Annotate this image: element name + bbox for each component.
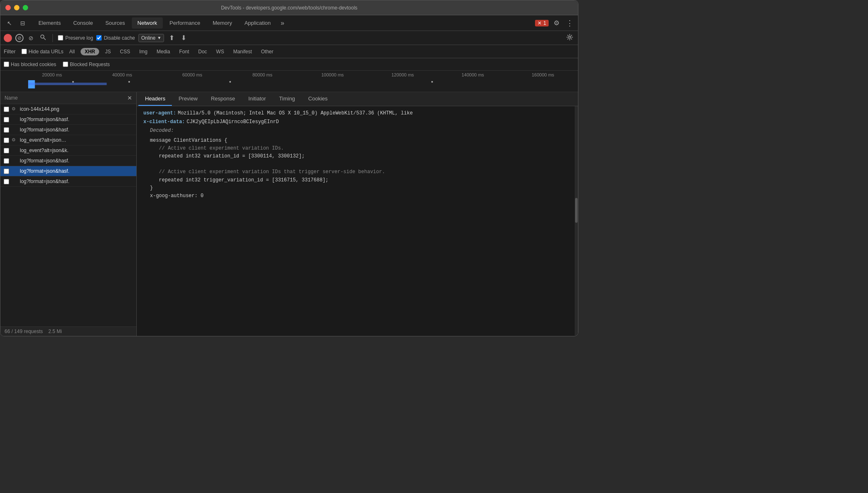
blocked-requests-checkbox[interactable] [63,62,68,67]
toolbar-separator-1 [52,34,53,42]
tab-memory[interactable]: Memory [207,17,238,29]
error-icon: ✕ [537,20,542,26]
file-checkbox[interactable] [4,117,9,122]
file-name: log?format=json&hasf. [20,127,69,133]
has-blocked-cookies-label[interactable]: Has blocked cookies [4,62,56,67]
disable-cache-label[interactable]: Disable cache [96,35,135,41]
timeline-label-3: 80000 ms [227,72,297,77]
file-name: icon-144x144.png [20,106,59,112]
file-name: log?format=json&hasf. [20,179,69,184]
filter-type-manifest[interactable]: Manifest [230,48,255,55]
timeline-labels: 20000 ms 40000 ms 60000 ms 80000 ms 1000… [17,72,578,77]
hide-data-urls-checkbox[interactable] [21,49,27,54]
disable-cache-checkbox[interactable] [96,35,102,40]
file-checkbox[interactable] [4,127,9,133]
hide-data-urls-text: Hide data URLs [29,49,64,55]
file-list-panel: Name ✕ ⚙ icon-144x144.png log?format=jso… [0,92,137,336]
file-list[interactable]: ⚙ icon-144x144.png log?format=json&hasf.… [0,104,136,326]
scrollbar-track[interactable] [575,106,578,336]
file-item[interactable]: log?format=json&hasf. [0,125,136,135]
hide-data-urls-checkbox-label[interactable]: Hide data URLs [21,49,64,55]
tab-elements[interactable]: Elements [33,17,67,29]
devtools-settings-button[interactable]: ⚙ [552,17,561,29]
sidebar-icon[interactable]: ⊟ [17,17,29,29]
maximize-traffic-light[interactable] [23,5,28,10]
details-tab-headers[interactable]: Headers [138,92,172,106]
title-bar: DevTools - developers.google.com/web/too… [0,0,578,15]
file-item[interactable]: log?format=json&hasf. [0,156,136,166]
error-count: 1 [543,20,546,26]
timeline-label-4: 100000 ms [297,72,368,77]
filter-type-all[interactable]: All [66,48,78,55]
details-tab-timing[interactable]: Timing [273,92,302,106]
error-badge[interactable]: ✕ 1 [535,20,549,26]
file-checkbox[interactable] [4,158,9,164]
blocked-requests-label[interactable]: Blocked Requests [63,62,110,67]
details-tab-cookies[interactable]: Cookies [302,92,334,106]
file-checkbox[interactable] [4,169,9,174]
devtools-menu-button[interactable]: ⋮ [564,17,575,29]
throttle-select[interactable]: Online ▼ [138,34,164,42]
file-checkbox[interactable] [4,107,9,112]
filter-type-font[interactable]: Font [176,48,193,55]
filter-type-ws[interactable]: WS [213,48,227,55]
file-item-selected[interactable]: log?format=json&hasf. [0,166,136,176]
tab-console[interactable]: Console [67,17,99,29]
minimize-traffic-light[interactable] [14,5,19,10]
timeline-bar[interactable]: 20000 ms 40000 ms 60000 ms 80000 ms 1000… [0,71,578,92]
preserve-log-checkbox[interactable] [58,35,63,40]
preserve-log-label[interactable]: Preserve log [58,35,93,41]
timeline-label-6: 140000 ms [438,72,508,77]
code-line-4: repeated int32 trigger_variation_id = [3… [150,176,571,184]
filter-type-media[interactable]: Media [153,48,174,55]
details-tab-preview[interactable]: Preview [172,92,204,106]
file-item[interactable]: log?format=json&hasf. [0,114,136,125]
file-icon [12,158,17,164]
details-content[interactable]: user-agent: Mozilla/5.0 (Macintosh; Inte… [137,106,578,336]
stop-icon: ⊘ [17,35,21,41]
details-tab-response[interactable]: Response [204,92,242,106]
preserve-log-text: Preserve log [65,35,93,41]
svg-point-7 [431,81,433,83]
file-checkbox[interactable] [4,138,9,143]
has-blocked-cookies-checkbox[interactable] [4,62,9,67]
file-item[interactable]: log_event?alt=json&k. [0,145,136,156]
file-item[interactable]: ⚙ log_event?alt=json… [0,135,136,145]
tab-sources[interactable]: Sources [100,17,131,29]
file-checkbox[interactable] [4,179,9,184]
record-button[interactable] [4,34,12,42]
tab-application[interactable]: Application [239,17,277,29]
close-panel-button[interactable]: ✕ [127,95,132,101]
code-line-2: repeated int32 variation_id = [3300114, … [150,152,571,160]
file-item[interactable]: log?format=json&hasf. [0,176,136,187]
cursor-icon[interactable]: ↖ [4,17,15,29]
filter-type-js[interactable]: JS [102,48,114,55]
filter-type-xhr[interactable]: XHR [81,48,99,55]
tab-performance[interactable]: Performance [164,17,206,29]
status-bar: 66 / 149 requests 2.5 Mi [0,326,136,336]
stop-button[interactable]: ⊘ [15,34,24,42]
file-icon [12,179,17,184]
import-button[interactable]: ⬆ [167,33,176,43]
close-traffic-light[interactable] [5,5,11,10]
filter-type-doc[interactable]: Doc [195,48,210,55]
export-button[interactable]: ⬇ [179,33,188,43]
tab-network[interactable]: Network [132,17,163,29]
filter-type-other[interactable]: Other [258,48,277,55]
search-button[interactable] [38,33,48,42]
filter-type-img[interactable]: Img [136,48,151,55]
file-name: log_event?alt=json&k. [20,148,69,153]
timeline-label-5: 120000 ms [368,72,438,77]
code-block: message ClientVariations { // Active cli… [150,137,571,200]
more-tabs-button[interactable]: » [277,18,288,29]
file-checkbox[interactable] [4,148,9,153]
file-item[interactable]: ⚙ icon-144x144.png [0,104,136,114]
filter-type-css[interactable]: CSS [117,48,133,55]
timeline-content [17,78,578,90]
file-icon [12,117,17,122]
scrollbar-thumb[interactable] [575,198,578,223]
file-icon [12,148,17,153]
network-settings-button[interactable] [565,33,575,43]
details-tab-initiator[interactable]: Initiator [242,92,273,106]
filter-button[interactable]: ⊘ [27,34,35,42]
